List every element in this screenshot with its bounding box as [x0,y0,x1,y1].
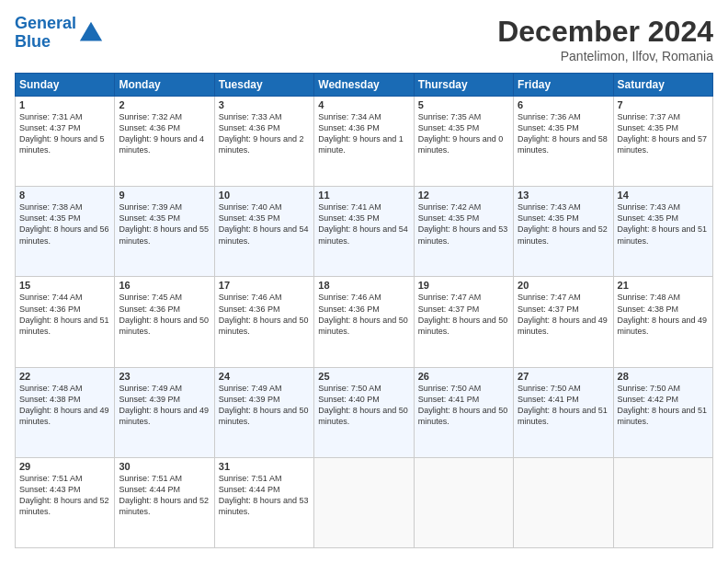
day-number: 23 [119,371,210,382]
header: General Blue December 2024 Pantelimon, I… [15,15,713,63]
calendar-day-cell: 27Sunrise: 7:50 AMSunset: 4:41 PMDayligh… [514,367,613,457]
day-number: 25 [318,371,409,382]
calendar-day-cell: 29Sunrise: 7:51 AMSunset: 4:43 PMDayligh… [16,457,115,547]
calendar-day-cell: 24Sunrise: 7:49 AMSunset: 4:39 PMDayligh… [214,367,313,457]
calendar-day-cell [514,457,613,547]
logo: General Blue [15,15,104,52]
day-info: Sunrise: 7:42 AMSunset: 4:35 PMDaylight:… [418,201,509,247]
calendar-week-row: 1Sunrise: 7:31 AMSunset: 4:37 PMDaylight… [16,97,713,187]
calendar-day-cell: 14Sunrise: 7:43 AMSunset: 4:35 PMDayligh… [613,187,712,277]
weekday-header-tuesday: Tuesday [214,74,313,97]
calendar-day-cell: 6Sunrise: 7:36 AMSunset: 4:35 PMDaylight… [514,97,613,187]
calendar-day-cell: 18Sunrise: 7:46 AMSunset: 4:36 PMDayligh… [314,277,414,367]
calendar-day-cell: 17Sunrise: 7:46 AMSunset: 4:36 PMDayligh… [214,277,313,367]
day-number: 30 [119,461,210,472]
day-info: Sunrise: 7:49 AMSunset: 4:39 PMDaylight:… [119,383,210,428]
calendar-day-cell: 11Sunrise: 7:41 AMSunset: 4:35 PMDayligh… [314,187,414,277]
calendar-day-cell: 28Sunrise: 7:50 AMSunset: 4:42 PMDayligh… [613,367,712,457]
day-info: Sunrise: 7:37 AMSunset: 4:35 PMDaylight:… [618,111,709,156]
day-number: 20 [518,280,609,291]
day-number: 21 [618,280,709,291]
day-info: Sunrise: 7:51 AMSunset: 4:43 PMDaylight:… [19,473,110,518]
calendar-day-cell: 2Sunrise: 7:32 AMSunset: 4:36 PMDaylight… [115,97,214,187]
title-section: December 2024 Pantelimon, Ilfov, Romania [497,15,713,63]
page: General Blue December 2024 Pantelimon, I… [0,0,728,563]
day-number: 18 [318,280,409,291]
day-number: 1 [19,99,110,110]
calendar-day-cell: 1Sunrise: 7:31 AMSunset: 4:37 PMDaylight… [16,97,115,187]
weekday-header-row: SundayMondayTuesdayWednesdayThursdayFrid… [16,74,713,97]
day-info: Sunrise: 7:36 AMSunset: 4:35 PMDaylight:… [518,111,609,156]
day-info: Sunrise: 7:51 AMSunset: 4:44 PMDaylight:… [119,473,210,518]
calendar-day-cell: 7Sunrise: 7:37 AMSunset: 4:35 PMDaylight… [613,97,712,187]
day-number: 8 [19,190,110,201]
day-number: 7 [618,99,709,110]
day-info: Sunrise: 7:50 AMSunset: 4:40 PMDaylight:… [318,383,409,428]
calendar-day-cell: 4Sunrise: 7:34 AMSunset: 4:36 PMDaylight… [314,97,414,187]
logo-line1: General [15,14,76,32]
day-number: 6 [518,99,609,110]
calendar-day-cell: 31Sunrise: 7:51 AMSunset: 4:44 PMDayligh… [214,457,313,547]
weekday-header-friday: Friday [514,74,613,97]
calendar-day-cell: 19Sunrise: 7:47 AMSunset: 4:37 PMDayligh… [414,277,513,367]
day-info: Sunrise: 7:33 AMSunset: 4:36 PMDaylight:… [219,111,310,156]
day-number: 5 [418,99,509,110]
weekday-header-monday: Monday [115,74,214,97]
day-info: Sunrise: 7:32 AMSunset: 4:36 PMDaylight:… [119,111,210,156]
svg-marker-0 [80,22,102,41]
day-info: Sunrise: 7:34 AMSunset: 4:36 PMDaylight:… [318,111,409,156]
day-info: Sunrise: 7:49 AMSunset: 4:39 PMDaylight:… [219,383,310,428]
day-number: 17 [219,280,310,291]
day-info: Sunrise: 7:40 AMSunset: 4:35 PMDaylight:… [219,201,310,247]
day-info: Sunrise: 7:51 AMSunset: 4:44 PMDaylight:… [219,473,310,518]
day-number: 27 [518,371,609,382]
day-number: 29 [19,461,110,472]
day-number: 9 [119,190,210,201]
calendar-day-cell: 20Sunrise: 7:47 AMSunset: 4:37 PMDayligh… [514,277,613,367]
calendar-day-cell: 8Sunrise: 7:38 AMSunset: 4:35 PMDaylight… [16,187,115,277]
day-info: Sunrise: 7:47 AMSunset: 4:37 PMDaylight:… [518,292,609,337]
calendar-day-cell: 22Sunrise: 7:48 AMSunset: 4:38 PMDayligh… [16,367,115,457]
calendar-day-cell: 5Sunrise: 7:35 AMSunset: 4:35 PMDaylight… [414,97,513,187]
day-number: 22 [19,371,110,382]
calendar-week-row: 8Sunrise: 7:38 AMSunset: 4:35 PMDaylight… [16,187,713,277]
calendar-table: SundayMondayTuesdayWednesdayThursdayFrid… [15,73,713,548]
calendar-day-cell [314,457,414,547]
day-info: Sunrise: 7:46 AMSunset: 4:36 PMDaylight:… [318,292,409,337]
day-info: Sunrise: 7:46 AMSunset: 4:36 PMDaylight:… [219,292,310,337]
weekday-header-saturday: Saturday [613,74,712,97]
calendar-day-cell: 12Sunrise: 7:42 AMSunset: 4:35 PMDayligh… [414,187,513,277]
day-number: 13 [518,190,609,201]
day-info: Sunrise: 7:43 AMSunset: 4:35 PMDaylight:… [518,201,609,247]
day-number: 11 [318,190,409,201]
location-subtitle: Pantelimon, Ilfov, Romania [497,49,713,63]
calendar-day-cell: 3Sunrise: 7:33 AMSunset: 4:36 PMDaylight… [214,97,313,187]
calendar-day-cell [613,457,712,547]
day-info: Sunrise: 7:47 AMSunset: 4:37 PMDaylight:… [418,292,509,337]
day-info: Sunrise: 7:44 AMSunset: 4:36 PMDaylight:… [19,292,110,337]
day-number: 24 [219,371,310,382]
day-info: Sunrise: 7:43 AMSunset: 4:35 PMDaylight:… [618,201,709,247]
day-info: Sunrise: 7:45 AMSunset: 4:36 PMDaylight:… [119,292,210,337]
weekday-header-sunday: Sunday [16,74,115,97]
day-number: 3 [219,99,310,110]
calendar-week-row: 15Sunrise: 7:44 AMSunset: 4:36 PMDayligh… [16,277,713,367]
calendar-day-cell: 26Sunrise: 7:50 AMSunset: 4:41 PMDayligh… [414,367,513,457]
calendar-day-cell: 30Sunrise: 7:51 AMSunset: 4:44 PMDayligh… [115,457,214,547]
day-number: 16 [119,280,210,291]
day-number: 28 [618,371,709,382]
day-info: Sunrise: 7:39 AMSunset: 4:35 PMDaylight:… [119,201,210,247]
logo-icon [78,20,104,46]
day-number: 2 [119,99,210,110]
day-info: Sunrise: 7:50 AMSunset: 4:42 PMDaylight:… [618,383,709,428]
day-info: Sunrise: 7:38 AMSunset: 4:35 PMDaylight:… [19,201,110,247]
calendar-week-row: 22Sunrise: 7:48 AMSunset: 4:38 PMDayligh… [16,367,713,457]
day-info: Sunrise: 7:35 AMSunset: 4:35 PMDaylight:… [418,111,509,156]
day-info: Sunrise: 7:31 AMSunset: 4:37 PMDaylight:… [19,111,110,156]
day-info: Sunrise: 7:48 AMSunset: 4:38 PMDaylight:… [19,383,110,428]
calendar-day-cell [414,457,513,547]
day-number: 4 [318,99,409,110]
calendar-week-row: 29Sunrise: 7:51 AMSunset: 4:43 PMDayligh… [16,457,713,547]
month-title: December 2024 [497,15,713,49]
day-info: Sunrise: 7:50 AMSunset: 4:41 PMDaylight:… [418,383,509,428]
